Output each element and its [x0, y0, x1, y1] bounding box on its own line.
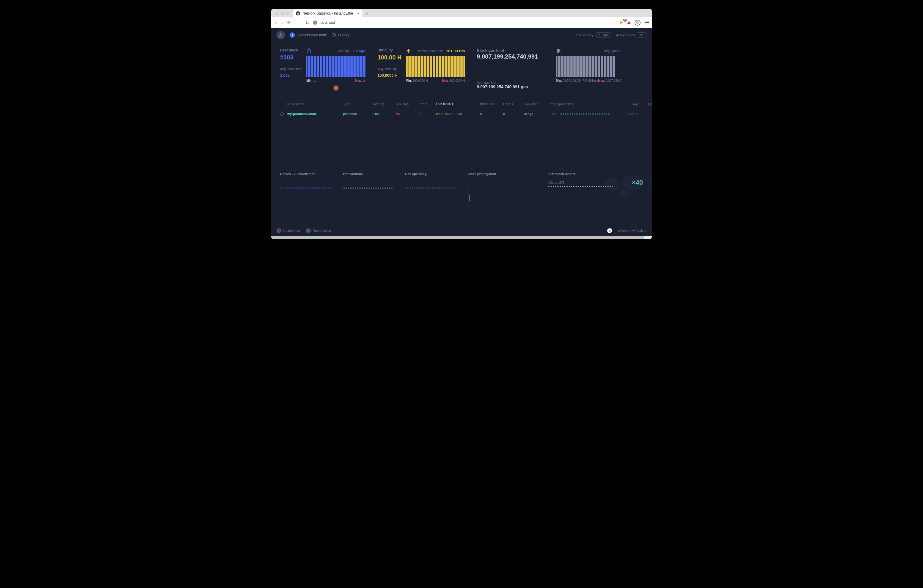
app-logo-icon[interactable]	[276, 31, 285, 39]
connect-node-button[interactable]: + Connect your node	[290, 33, 327, 38]
difficulty-chart	[406, 56, 465, 77]
stat-difficulty: Difficulty 100.00 H Avg. difficulty 100.…	[377, 48, 465, 90]
table-header: Node name Type Latency Is mining Peers L…	[280, 99, 643, 109]
gas-spending-chart: Gas spending	[405, 172, 455, 201]
app-footer: ? Guided tour Report issue ◈ powered by …	[271, 225, 652, 236]
guided-tour-button[interactable]: ? Guided tour	[276, 228, 300, 233]
github-icon	[306, 228, 311, 233]
last-block-miners: Last block miners fe3b ... bd73 ×40	[548, 172, 643, 201]
history-icon	[332, 33, 336, 38]
bottom-charts: Uncles - 25 blocks/bar Transactions Gas …	[271, 118, 652, 207]
url-text: localhost	[320, 20, 335, 25]
gas-pump-icon	[556, 48, 562, 54]
block-time-chart	[306, 56, 365, 77]
help-icon: ?	[276, 228, 281, 233]
svg-point-0	[281, 33, 281, 34]
app-header: + Connect your node History Page latency…	[271, 28, 652, 42]
horizontal-scrollbar[interactable]	[271, 236, 652, 239]
browser-toolbar: ◁ ▷ ⟳ ☐ i localhost | ⛨2 ⏣	[271, 17, 652, 28]
svg-point-6	[620, 190, 631, 198]
transactions-chart: Transactions	[343, 172, 393, 201]
active-nodes: Active nodes 1/1	[616, 33, 647, 38]
profile-icon[interactable]: ⏣	[635, 20, 641, 26]
svg-point-2	[281, 36, 282, 36]
powered-by[interactable]: powered by Aleth.io	[618, 229, 647, 232]
stat-gas-price: Avg. gas pri Min. 9,007,199,254,740,991g…	[556, 48, 621, 90]
shield-icon[interactable]: ⛨2	[620, 20, 624, 25]
uncles-chart: Uncles - 25 blocks/bar	[280, 172, 331, 201]
stat-best-block: Best block #383 Avg. block time 1.00s La…	[280, 48, 365, 90]
menu-icon[interactable]	[645, 21, 649, 25]
table-row[interactable]: my-pantheon-node pantheon 2 ms No 6 #382…	[280, 109, 643, 118]
new-tab-button[interactable]: +	[364, 11, 370, 17]
aleth-icon: ◈	[607, 228, 612, 233]
report-issue-button[interactable]: Report issue	[306, 228, 331, 233]
fan-icon	[406, 48, 411, 54]
sort-last-block[interactable]: Last block ▾	[436, 102, 478, 106]
browser-window: ◉ Network Statistics - Instant Ethe × + …	[271, 9, 652, 239]
browser-tab[interactable]: ◉ Network Statistics - Instant Ethe ×	[293, 10, 363, 17]
close-tab-icon[interactable]: ×	[357, 11, 360, 16]
block-propagation-chart: Block propagation	[468, 172, 536, 201]
svg-point-5	[622, 176, 644, 190]
site-info-icon[interactable]: i	[313, 21, 317, 25]
brave-icon[interactable]	[627, 21, 631, 25]
address-bar[interactable]: i localhost	[313, 20, 613, 25]
plus-icon: +	[290, 33, 295, 38]
app-content: + Connect your node History Page latency…	[271, 28, 652, 236]
reload-button[interactable]: ⟳	[287, 20, 291, 25]
copy-icon[interactable]	[567, 181, 570, 184]
tab-title: Network Statistics - Instant Ethe	[302, 11, 353, 15]
gas-price-chart	[556, 56, 621, 77]
bookmark-icon[interactable]: ☐	[306, 20, 310, 25]
forward-button[interactable]: ▷	[281, 20, 284, 25]
back-button[interactable]: ◁	[274, 20, 277, 25]
record-icon	[334, 86, 338, 90]
svg-point-4	[604, 178, 620, 191]
titlebar: ◉ Network Statistics - Instant Ethe × +	[271, 9, 652, 17]
world-map-icon	[598, 172, 652, 202]
history-button[interactable]: History	[332, 33, 349, 38]
svg-point-1	[279, 36, 280, 36]
nodes-table: Node name Type Latency Is mining Peers L…	[271, 96, 652, 118]
node-status-icon	[280, 112, 284, 116]
stopwatch-icon	[306, 48, 312, 54]
page-latency: Page latency: 107ms	[575, 33, 611, 38]
window-controls[interactable]	[274, 11, 291, 17]
stats-row: Best block #383 Avg. block time 1.00s La…	[271, 42, 652, 96]
propagation-sparkline	[560, 113, 610, 115]
favicon-icon: ◉	[296, 11, 300, 15]
stat-gas-limit: Block gas limit 9,007,199,254,740,991 Av…	[477, 48, 542, 90]
